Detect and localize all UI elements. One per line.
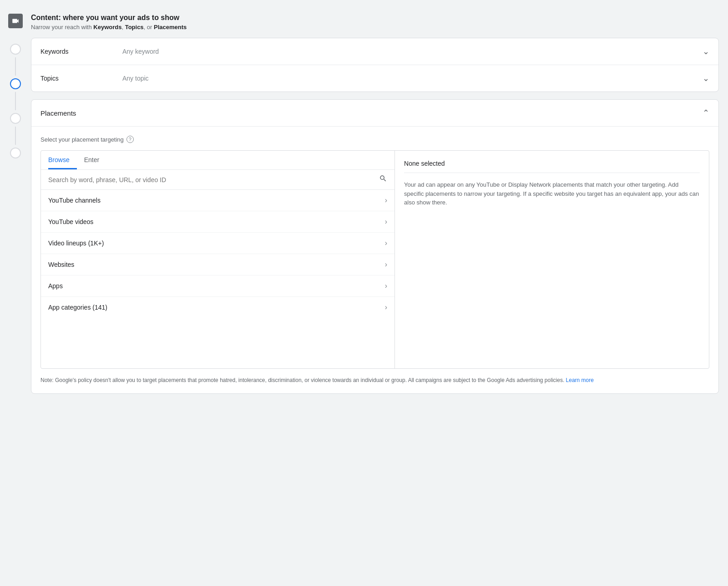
placements-title: Placements	[40, 109, 76, 117]
topics-row[interactable]: Topics Any topic ⌄	[31, 65, 718, 92]
step-circle-3	[10, 113, 21, 124]
video-icon-svg	[11, 17, 20, 25]
content-header: Content: where you want your ads to show…	[31, 9, 719, 38]
placements-body: Select your placement targeting ? Browse…	[31, 127, 718, 393]
placement-content: Browse Enter	[40, 150, 709, 369]
browse-chevron-icon-4: ›	[385, 282, 387, 290]
placements-collapse-icon: ⌃	[703, 108, 709, 118]
step-item-3	[10, 110, 21, 145]
subtitle-keywords: Keywords	[93, 24, 121, 31]
browse-chevron-icon-0: ›	[385, 196, 387, 204]
keywords-row[interactable]: Keywords Any keyword ⌄	[31, 38, 718, 65]
tab-enter[interactable]: Enter	[84, 151, 106, 169]
search-icon	[379, 174, 387, 185]
search-bar	[41, 170, 394, 190]
step-line-2	[15, 92, 16, 110]
browse-chevron-icon-3: ›	[385, 260, 387, 269]
subtitle-sep1: ,	[121, 24, 125, 31]
browse-item-label: Video lineups (1K+)	[48, 239, 104, 247]
topics-label: Topics	[40, 75, 122, 82]
browse-item-label: Apps	[48, 282, 63, 290]
topics-value: Any topic	[122, 75, 703, 82]
learn-more-link[interactable]: Learn more	[566, 377, 594, 383]
content-box: Keywords Any keyword ⌄ Topics Any topic …	[31, 38, 719, 92]
help-icon[interactable]: ?	[126, 136, 134, 143]
step-line-1	[15, 57, 16, 76]
placement-tabs: Browse Enter	[41, 151, 394, 170]
browse-item-label: Websites	[48, 261, 74, 268]
keywords-label: Keywords	[40, 48, 122, 55]
browse-item-label: App categories (141)	[48, 304, 107, 311]
main-content: Content: where you want your ads to show…	[31, 0, 728, 586]
placement-targeting-label: Select your placement targeting ?	[40, 136, 709, 143]
content-header-title: Content: where you want your ads to show	[31, 14, 719, 22]
none-selected-title: None selected	[404, 160, 700, 173]
step-item-2	[10, 76, 21, 110]
placement-targeting-text: Select your placement targeting	[40, 136, 124, 143]
step-circle-4	[10, 148, 21, 158]
sidebar	[0, 0, 31, 586]
browse-item-label: YouTube videos	[48, 218, 93, 225]
step-line-3	[15, 127, 16, 145]
search-input[interactable]	[48, 176, 375, 183]
placements-section: Placements ⌃ Select your placement targe…	[31, 99, 719, 394]
step-list	[10, 41, 21, 161]
browse-chevron-icon-5: ›	[385, 303, 387, 311]
placement-note: Note: Google's policy doesn't allow you …	[40, 376, 709, 384]
placement-note-text: Note: Google's policy doesn't allow you …	[40, 377, 564, 383]
step-item-1	[10, 41, 21, 76]
subtitle-prefix: Narrow your reach with	[31, 24, 93, 31]
placements-header[interactable]: Placements ⌃	[31, 100, 718, 127]
browse-item-label: YouTube channels	[48, 197, 101, 204]
subtitle-sep2: , or	[144, 24, 154, 31]
page-wrapper: Content: where you want your ads to show…	[0, 0, 728, 586]
step-item-4	[10, 145, 21, 161]
browse-item-websites[interactable]: Websites ›	[41, 254, 394, 275]
subtitle-topics: Topics	[125, 24, 144, 31]
subtitle-placements: Placements	[154, 24, 187, 31]
browse-item-youtube-channels[interactable]: YouTube channels ›	[41, 190, 394, 211]
step-circle-2	[10, 78, 21, 89]
none-selected-desc: Your ad can appear on any YouTube or Dis…	[404, 180, 700, 207]
browse-item-video-lineups[interactable]: Video lineups (1K+) ›	[41, 233, 394, 254]
tab-browse[interactable]: Browse	[48, 151, 77, 169]
content-header-subtitle: Narrow your reach with Keywords, Topics,…	[31, 24, 719, 31]
step-circle-1	[10, 44, 21, 55]
browse-chevron-icon-1: ›	[385, 218, 387, 226]
browse-item-apps[interactable]: Apps ›	[41, 275, 394, 297]
keywords-value: Any keyword	[122, 48, 703, 55]
browse-item-app-categories[interactable]: App categories (141) ›	[41, 297, 394, 318]
placement-right-panel: None selected Your ad can appear on any …	[395, 151, 709, 368]
browse-item-youtube-videos[interactable]: YouTube videos ›	[41, 211, 394, 233]
placement-left-panel: Browse Enter	[41, 151, 395, 368]
video-icon	[8, 14, 23, 28]
topics-chevron-icon: ⌄	[703, 73, 709, 83]
keywords-chevron-icon: ⌄	[703, 46, 709, 56]
browse-list: YouTube channels › YouTube videos › Vide…	[41, 190, 394, 368]
browse-chevron-icon-2: ›	[385, 239, 387, 247]
